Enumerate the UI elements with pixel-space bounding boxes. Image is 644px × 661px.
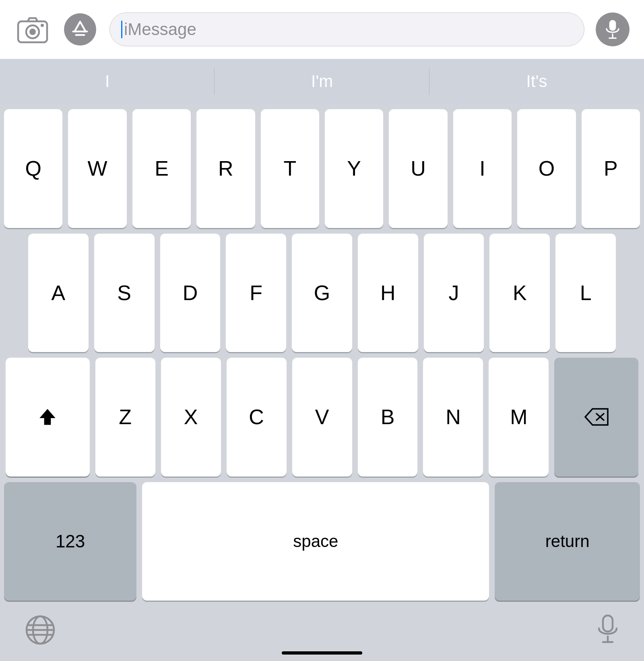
autocomplete-item-0[interactable]: I <box>0 59 215 104</box>
message-placeholder: iMessage <box>124 20 196 39</box>
bottom-bar <box>0 605 644 661</box>
key-row-3: Z X C V B N M <box>4 358 640 477</box>
key-row-bottom: 123 space return <box>4 482 640 601</box>
key-v[interactable]: V <box>292 358 352 477</box>
appstore-button[interactable] <box>62 11 98 48</box>
toolbar-mic-button[interactable] <box>596 12 630 46</box>
key-w[interactable]: W <box>68 109 126 228</box>
autocomplete-item-2[interactable]: It's <box>429 59 644 104</box>
key-q[interactable]: Q <box>4 109 62 228</box>
space-key[interactable]: space <box>142 482 489 601</box>
return-key[interactable]: return <box>495 482 640 601</box>
keyboard: Q W E R T Y U I O P A S D F G H J K L Z … <box>0 104 644 605</box>
key-a[interactable]: A <box>28 234 89 352</box>
message-input[interactable]: iMessage <box>109 12 584 46</box>
globe-button[interactable] <box>24 614 56 648</box>
key-c[interactable]: C <box>227 358 287 477</box>
key-l[interactable]: L <box>555 234 616 352</box>
key-m[interactable]: M <box>489 358 549 477</box>
key-n[interactable]: N <box>423 358 483 477</box>
key-p[interactable]: P <box>582 109 640 228</box>
text-cursor <box>121 21 122 38</box>
delete-key[interactable] <box>554 358 638 477</box>
camera-button[interactable] <box>14 11 51 48</box>
svg-point-3 <box>41 24 44 27</box>
key-row-1: Q W E R T Y U I O P <box>4 109 640 228</box>
home-indicator <box>282 651 362 655</box>
key-z[interactable]: Z <box>95 358 155 477</box>
key-e[interactable]: E <box>132 109 191 228</box>
svg-rect-14 <box>603 615 613 632</box>
key-d[interactable]: D <box>160 234 221 352</box>
key-o[interactable]: O <box>517 109 576 228</box>
key-k[interactable]: K <box>489 234 550 352</box>
autocomplete-bar: I I'm It's <box>0 59 644 104</box>
shift-key[interactable] <box>6 358 90 477</box>
key-s[interactable]: S <box>94 234 155 352</box>
key-j[interactable]: J <box>424 234 484 352</box>
bottom-mic-button[interactable] <box>596 614 620 648</box>
key-i[interactable]: I <box>453 109 512 228</box>
svg-point-2 <box>29 29 36 35</box>
key-y[interactable]: Y <box>325 109 383 228</box>
key-r[interactable]: R <box>196 109 255 228</box>
autocomplete-item-1[interactable]: I'm <box>215 59 429 104</box>
key-row-2: A S D F G H J K L <box>4 234 640 352</box>
key-u[interactable]: U <box>389 109 447 228</box>
svg-rect-4 <box>609 20 616 31</box>
toolbar: iMessage <box>0 0 644 59</box>
key-x[interactable]: X <box>161 358 221 477</box>
key-b[interactable]: B <box>358 358 418 477</box>
key-f[interactable]: F <box>226 234 286 352</box>
numbers-key[interactable]: 123 <box>4 482 136 601</box>
key-h[interactable]: H <box>358 234 418 352</box>
key-t[interactable]: T <box>261 109 319 228</box>
key-g[interactable]: G <box>292 234 352 352</box>
